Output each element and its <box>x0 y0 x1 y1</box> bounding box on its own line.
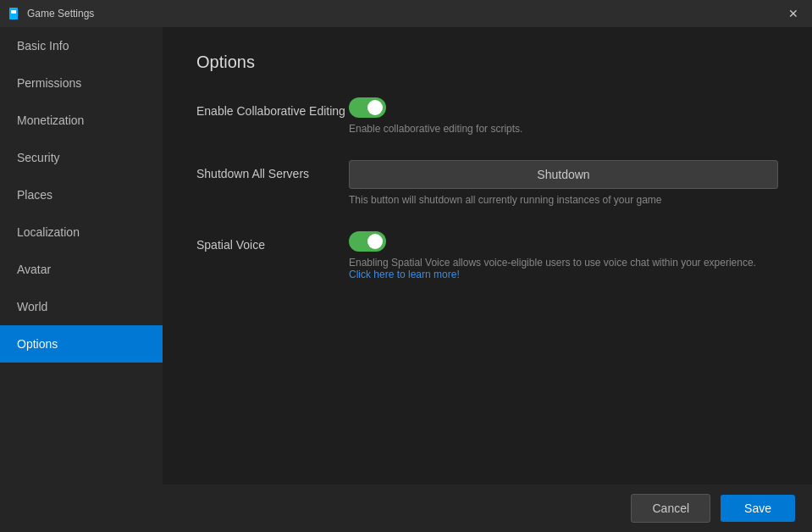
title-bar-left: Game Settings <box>7 7 94 20</box>
collaborative-editing-row: Enable Collaborative Editing Enable coll… <box>196 97 778 135</box>
save-button[interactable]: Save <box>721 495 795 522</box>
shutdown-control: Shutdown This button will shutdown all c… <box>349 160 778 206</box>
sidebar-item-avatar[interactable]: Avatar <box>0 251 163 288</box>
spatial-voice-description: Enabling Spatial Voice allows voice-elig… <box>349 257 778 269</box>
collaborative-editing-control: Enable collaborative editing for scripts… <box>349 97 778 135</box>
sidebar-item-places[interactable]: Places <box>0 176 163 213</box>
sidebar-item-options[interactable]: Options <box>0 325 163 363</box>
collaborative-editing-toggle[interactable] <box>349 97 386 118</box>
spatial-voice-label: Spatial Voice <box>196 231 349 252</box>
sidebar-item-localization[interactable]: Localization <box>0 213 163 251</box>
sidebar-item-monetization[interactable]: Monetization <box>0 102 163 139</box>
content-area: Options Enable Collaborative Editing Ena… <box>163 27 812 485</box>
shutdown-label: Shutdown All Servers <box>196 160 349 180</box>
toggle-thumb <box>367 100 383 115</box>
footer: Cancel Save <box>0 485 812 532</box>
window-title: Game Settings <box>27 8 94 19</box>
spatial-voice-toggle[interactable] <box>349 231 386 252</box>
spatial-voice-row: Spatial Voice Enabling Spatial Voice all… <box>196 231 778 280</box>
sidebar-item-security[interactable]: Security <box>0 139 163 176</box>
shutdown-row: Shutdown All Servers Shutdown This butto… <box>196 160 778 206</box>
shutdown-description: This button will shutdown all currently … <box>349 194 778 206</box>
sidebar-item-basic-info[interactable]: Basic Info <box>0 27 163 64</box>
page-title: Options <box>196 53 778 72</box>
title-bar: Game Settings ✕ <box>0 0 812 27</box>
sidebar-item-permissions[interactable]: Permissions <box>0 64 163 102</box>
sidebar-item-world[interactable]: World <box>0 288 163 325</box>
close-button[interactable]: ✕ <box>782 2 805 25</box>
spatial-voice-learn-more-link[interactable]: Click here to learn more! <box>349 269 778 280</box>
main-layout: Basic InfoPermissionsMonetizationSecurit… <box>0 27 812 485</box>
sidebar: Basic InfoPermissionsMonetizationSecurit… <box>0 27 163 485</box>
toggle-thumb-2 <box>367 234 383 249</box>
collaborative-editing-description: Enable collaborative editing for scripts… <box>349 123 778 135</box>
spatial-voice-control: Enabling Spatial Voice allows voice-elig… <box>349 231 778 280</box>
shutdown-button[interactable]: Shutdown <box>349 160 778 189</box>
svg-rect-1 <box>11 10 16 14</box>
collaborative-editing-label: Enable Collaborative Editing <box>196 97 349 118</box>
app-icon <box>7 7 20 20</box>
cancel-button[interactable]: Cancel <box>631 494 710 523</box>
